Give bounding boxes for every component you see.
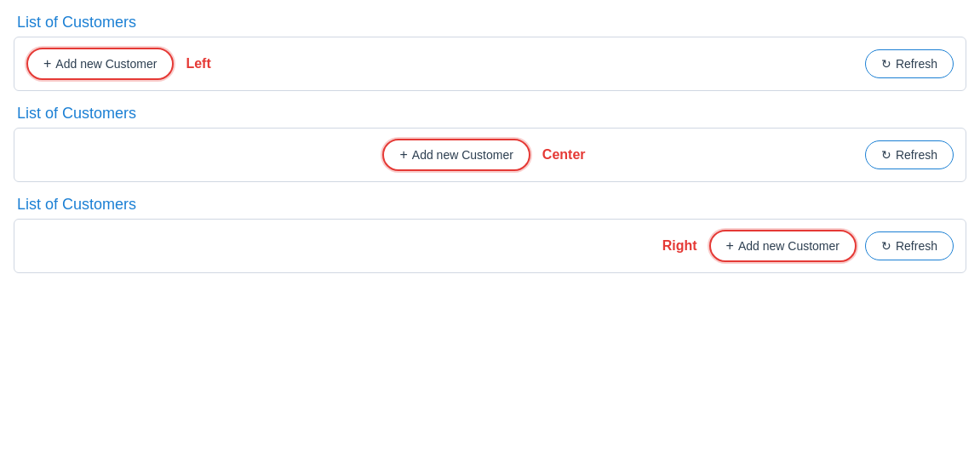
position-label-right: Right bbox=[662, 238, 697, 254]
refresh-button-center[interactable]: ↻ Refresh bbox=[865, 140, 954, 169]
plus-icon-right: + bbox=[726, 238, 734, 254]
add-customer-label-right: Add new Customer bbox=[738, 239, 840, 253]
plus-icon-center: + bbox=[399, 147, 407, 163]
toolbar-center: + Add new Customer Center ↻ Refresh bbox=[14, 128, 966, 182]
toolbar-left: + Add new Customer Left ↻ Refresh bbox=[14, 37, 966, 91]
refresh-label-center: Refresh bbox=[896, 148, 937, 162]
add-customer-button-right[interactable]: + Add new Customer bbox=[709, 230, 857, 262]
refresh-button-right[interactable]: ↻ Refresh bbox=[865, 231, 954, 260]
refresh-label-left: Refresh bbox=[896, 57, 937, 71]
section-right: List of Customers Right + Add new Custom… bbox=[14, 196, 966, 273]
add-customer-label-left: Add new Customer bbox=[55, 57, 157, 71]
section-title-center: List of Customers bbox=[14, 105, 966, 123]
position-label-left: Left bbox=[186, 56, 210, 71]
section-title-left: List of Customers bbox=[14, 14, 966, 31]
refresh-icon-center: ↻ bbox=[881, 148, 891, 162]
plus-icon-left: + bbox=[43, 56, 51, 71]
section-center: List of Customers + Add new Customer Cen… bbox=[14, 105, 966, 182]
add-customer-label-center: Add new Customer bbox=[412, 148, 513, 162]
section-title-right: List of Customers bbox=[14, 196, 966, 214]
refresh-icon-left: ↻ bbox=[881, 57, 891, 71]
add-customer-button-center[interactable]: + Add new Customer bbox=[382, 139, 530, 171]
refresh-button-left[interactable]: ↻ Refresh bbox=[865, 49, 954, 78]
toolbar-right: Right + Add new Customer ↻ Refresh bbox=[14, 219, 966, 273]
refresh-icon-right: ↻ bbox=[881, 239, 891, 253]
add-customer-button-left[interactable]: + Add new Customer bbox=[26, 48, 174, 80]
position-label-center: Center bbox=[542, 147, 586, 163]
refresh-label-right: Refresh bbox=[896, 239, 937, 253]
section-left: List of Customers + Add new Customer Lef… bbox=[14, 14, 966, 91]
